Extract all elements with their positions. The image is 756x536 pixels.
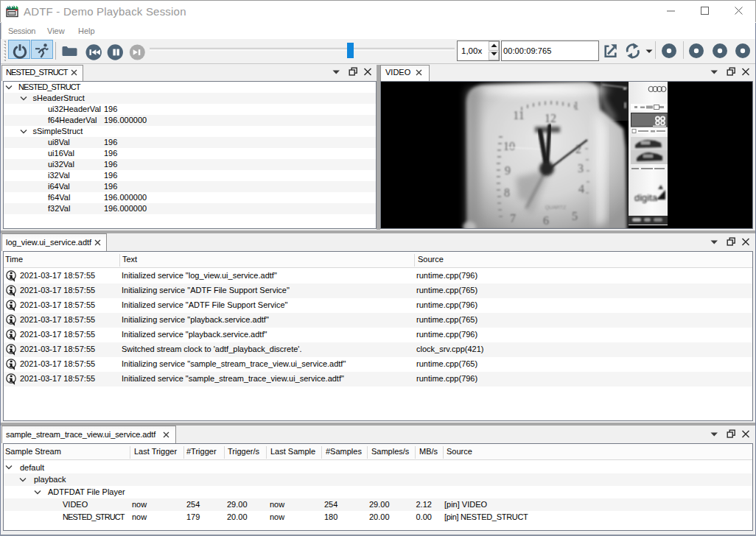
svg-text:12: 12 bbox=[545, 112, 556, 124]
svg-text:9: 9 bbox=[505, 164, 511, 177]
svg-text:4: 4 bbox=[578, 183, 584, 195]
svg-text:digita: digita bbox=[634, 192, 658, 203]
svg-text:QUARTZ: QUARTZ bbox=[545, 205, 567, 211]
svg-text:10: 10 bbox=[503, 140, 515, 152]
svg-text:6: 6 bbox=[543, 214, 549, 227]
svg-text:11: 11 bbox=[513, 109, 524, 121]
svg-text:8: 8 bbox=[504, 186, 510, 199]
svg-text:7: 7 bbox=[510, 212, 516, 225]
svg-text:5: 5 bbox=[572, 210, 578, 222]
svg-text:3: 3 bbox=[578, 162, 584, 174]
